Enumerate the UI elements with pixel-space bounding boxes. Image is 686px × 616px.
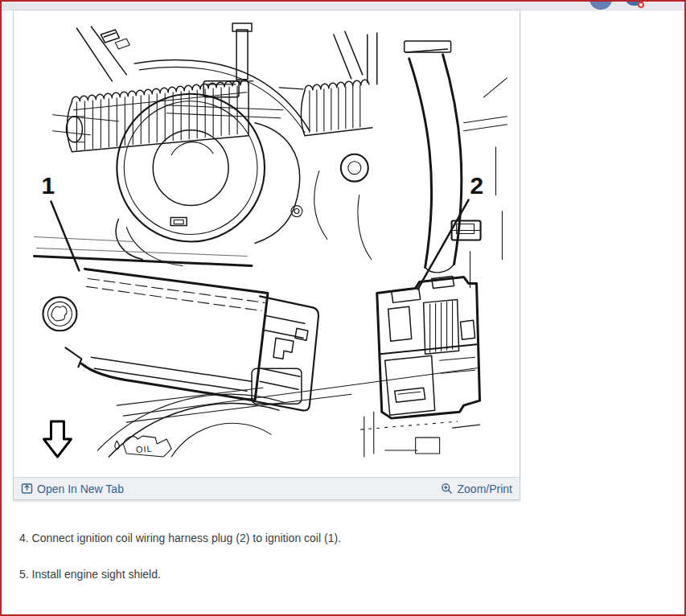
figure-toolbar: Open In New Tab Zoom/Print — [14, 477, 520, 499]
callout-2: 2 — [470, 172, 484, 199]
engine-diagram: 1 2 OIL — [14, 10, 520, 477]
zoom-print-link[interactable]: Zoom/Print — [441, 483, 512, 495]
callout-1: 1 — [41, 172, 55, 199]
open-in-new-tab-icon — [21, 483, 33, 495]
open-in-new-tab-link[interactable]: Open In New Tab — [21, 483, 124, 495]
zoom-print-label: Zoom/Print — [458, 483, 512, 495]
step-4: 4. Connect ignition coil wiring harness … — [19, 532, 655, 546]
zoom-icon — [441, 483, 454, 495]
oil-label: OIL — [136, 444, 153, 454]
engine-diagram-image: 1 2 OIL — [14, 10, 520, 477]
open-in-new-tab-label: Open In New Tab — [37, 483, 124, 495]
avatar-icon[interactable] — [589, 0, 612, 10]
figure-widget: 1 2 OIL Open In New Tab Zoom/Print — [13, 10, 520, 500]
notification-badge — [638, 2, 644, 8]
instruction-steps: 4. Connect ignition coil wiring harness … — [19, 532, 655, 603]
page: 1 2 OIL Open In New Tab Zoom/Print — [0, 0, 686, 616]
step-5: 5. Install engine sight shield. — [19, 568, 655, 582]
